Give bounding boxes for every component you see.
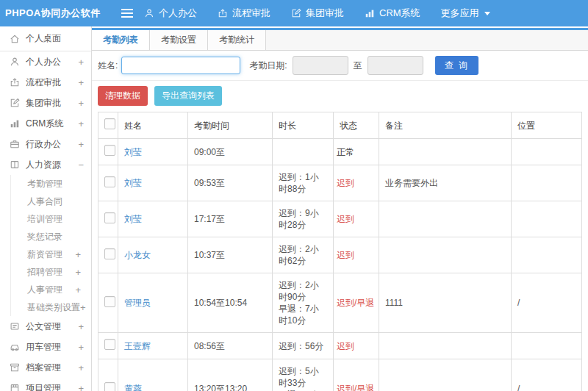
nav-more-apps[interactable]: 更多应用: [441, 7, 490, 20]
duration-cell: 迟到：9小时28分: [273, 201, 334, 237]
status-text: 迟到/早退: [337, 384, 374, 391]
tab-bar: 考勤列表考勤设置考勤统计: [92, 30, 588, 51]
row-checkbox[interactable]: [104, 339, 115, 350]
column-header: 时长: [273, 112, 334, 139]
status-text: 迟到: [337, 341, 354, 351]
nav-label: 个人办公: [159, 7, 197, 20]
row-checkbox[interactable]: [104, 382, 115, 391]
sidebar-item-project-mgmt[interactable]: 项目管理+: [0, 378, 91, 391]
employee-name-link[interactable]: 黄蓉: [124, 384, 142, 391]
expand-plus-icon: +: [75, 250, 81, 259]
tab-attendance-stats[interactable]: 考勤统计: [208, 30, 266, 50]
sidebar-subitem-recruitment-mgmt[interactable]: 招聘管理+: [11, 263, 91, 281]
filter-bar: 姓名: 考勤日期: 至 查 询: [92, 51, 588, 81]
sidebar-item-crm-system[interactable]: CRM系统+: [0, 113, 91, 134]
employee-name-link[interactable]: 刘莹: [124, 214, 142, 224]
column-header: 姓名: [118, 112, 188, 139]
status-text: 正常: [337, 147, 354, 157]
sidebar-item-personal-desktop[interactable]: 个人桌面: [0, 26, 91, 51]
menu-toggle-button[interactable]: [121, 8, 134, 18]
note-cell: [379, 139, 512, 165]
sidebar-item-document-mgmt[interactable]: 公文管理+: [0, 316, 91, 337]
sidebar-item-label: 公文管理: [26, 320, 78, 333]
sidebar-item-personal-office[interactable]: 个人办公+: [0, 51, 91, 72]
sidebar-subitem-personnel-contract[interactable]: 人事合同: [11, 193, 91, 210]
date-to-input[interactable]: [368, 56, 423, 75]
sidebar-item-human-resources[interactable]: 人力资源−: [0, 154, 91, 175]
hamburger-icon: [121, 8, 134, 18]
time-cell: 10:37至: [188, 237, 273, 273]
select-all-header-cell: [98, 112, 118, 139]
sidebar: 个人桌面个人办公+流程审批+集团审批+CRM系统+行政办公+人力资源−考勤管理人…: [0, 26, 92, 391]
expand-plus-icon: +: [78, 57, 84, 67]
row-check-cell: [98, 237, 118, 273]
row-checkbox[interactable]: [104, 145, 115, 156]
status-text: 迟到: [337, 178, 354, 188]
clear-data-button[interactable]: 清理数据: [98, 86, 148, 106]
row-check-cell: [98, 333, 118, 359]
row-checkbox[interactable]: [104, 296, 115, 307]
expand-plus-icon: +: [78, 98, 84, 108]
employee-name-link[interactable]: 王壹辉: [124, 341, 151, 351]
duration-cell: 迟到：2小时90分早退：7小时10分: [273, 273, 334, 333]
select-all-checkbox[interactable]: [104, 118, 115, 129]
employee-name-link[interactable]: 小龙女: [124, 250, 151, 260]
note-cell: [379, 201, 512, 237]
nav-personal-office[interactable]: 个人办公: [144, 7, 197, 20]
to-label: 至: [354, 60, 362, 72]
table-row: 刘莹17:17至迟到：9小时28分迟到: [98, 201, 582, 237]
share-icon: [218, 8, 228, 18]
content-panel: 考勤列表考勤设置考勤统计 姓名: 考勤日期: 至 查 询 清理数据 导出查询列表…: [92, 28, 588, 391]
sidebar-subitem-attendance-mgmt[interactable]: 考勤管理: [11, 175, 91, 193]
sidebar-item-group-approval[interactable]: 集团审批+: [0, 93, 91, 113]
note-cell: 业务需要外出: [379, 165, 512, 201]
employee-name-link[interactable]: 管理员: [124, 298, 151, 308]
table-row: 管理员10:54至10:54迟到：2小时90分早退：7小时10分迟到/早退111…: [98, 273, 582, 333]
sidebar-subitem-training-mgmt[interactable]: 培训管理: [11, 210, 91, 228]
employee-name-link[interactable]: 刘莹: [124, 178, 142, 188]
duration-cell: 迟到：1小时88分: [273, 165, 334, 201]
status-cell: 迟到: [334, 165, 379, 201]
book-icon: [9, 159, 20, 171]
tab-attendance-list[interactable]: 考勤列表: [92, 30, 150, 50]
sidebar-item-workflow-approval[interactable]: 流程审批+: [0, 72, 91, 93]
sidebar-subitem-salary-mgmt[interactable]: 薪资管理+: [11, 245, 91, 263]
expand-plus-icon: +: [78, 78, 84, 87]
name-cell: 刘莹: [118, 165, 188, 201]
duration-cell: 迟到：56分: [273, 333, 334, 359]
tab-attendance-settings[interactable]: 考勤设置: [150, 30, 208, 50]
chart-icon: [9, 118, 20, 129]
sidebar-subitem-personnel-mgmt[interactable]: 人事管理+: [11, 281, 91, 298]
date-from-input[interactable]: [293, 56, 348, 75]
sidebar-item-label: 人力资源: [26, 159, 78, 171]
sidebar-item-label: CRM系统: [26, 118, 78, 130]
note-cell: [379, 333, 512, 359]
sidebar-item-vehicle-mgmt[interactable]: 用车管理+: [0, 337, 91, 357]
note-cell: [379, 359, 512, 391]
search-button[interactable]: 查 询: [435, 56, 478, 75]
nav-group-approval[interactable]: 集团审批: [291, 7, 344, 20]
sidebar-item-archives-mgmt[interactable]: 档案管理+: [0, 357, 91, 378]
sidebar-subitem-reward-punishment-record[interactable]: 奖惩记录: [11, 228, 91, 245]
name-label: 姓名:: [98, 60, 118, 72]
sidebar-item-label: 集团审批: [26, 97, 78, 110]
sidebar-item-label: 个人办公: [26, 56, 78, 68]
row-checkbox[interactable]: [104, 212, 115, 223]
chart-icon: [365, 8, 375, 18]
duration-late: 迟到：9小时28分: [279, 207, 327, 231]
expand-plus-icon: +: [80, 303, 86, 312]
expand-plus-icon: +: [78, 363, 84, 373]
nav-crm-system[interactable]: CRM系统: [365, 7, 420, 20]
sidebar-subitem-label: 考勤管理: [27, 178, 62, 190]
sidebar-subitem-label: 奖惩记录: [27, 231, 62, 243]
employee-name-link[interactable]: 刘莹: [124, 147, 142, 157]
row-checkbox[interactable]: [104, 248, 115, 259]
column-header: 考勤时间: [188, 112, 273, 139]
sidebar-subitem-label: 培训管理: [27, 213, 62, 226]
row-checkbox[interactable]: [104, 176, 115, 187]
sidebar-item-admin-office[interactable]: 行政办公+: [0, 134, 91, 154]
sidebar-subitem-basic-category-settings[interactable]: 基础类别设置+: [11, 298, 91, 316]
nav-workflow-approval[interactable]: 流程审批: [218, 7, 270, 20]
name-input[interactable]: [121, 57, 240, 74]
export-list-button[interactable]: 导出查询列表: [154, 86, 222, 106]
